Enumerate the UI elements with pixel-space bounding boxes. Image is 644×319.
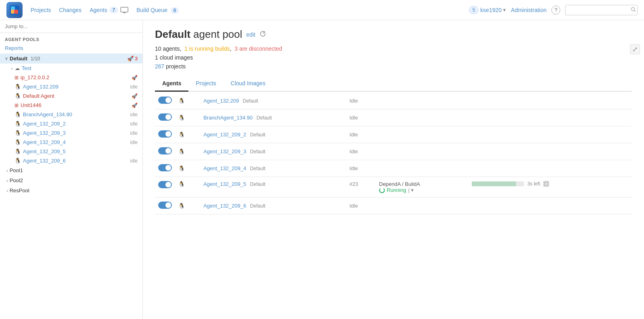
windows-icon: ⊞ bbox=[14, 75, 19, 80]
respool-expand-icon: › bbox=[6, 188, 8, 193]
sidebar-agent-209-5[interactable]: 🐧 Agent_132_209_5 bbox=[0, 147, 142, 156]
agent-toggle-3[interactable] bbox=[158, 130, 172, 138]
linux-icon-5: 🐧 bbox=[14, 130, 21, 136]
user-count: 5 bbox=[469, 6, 479, 14]
pool-error-badge: 🚀 3 bbox=[127, 56, 138, 62]
nav-changes[interactable]: Changes bbox=[59, 7, 82, 13]
sidebar-agent-ip172[interactable]: ⊞ ip_172.0.0.2 🚀 bbox=[0, 73, 142, 82]
disconnected-text: 3 are disconnected bbox=[235, 45, 282, 52]
rocket-icon: 🚀 bbox=[127, 56, 134, 62]
agent-extra-7 bbox=[376, 198, 469, 214]
search-input[interactable] bbox=[569, 7, 629, 13]
sidebar-pool-pool1[interactable]: › Pool1 bbox=[0, 165, 142, 175]
tab-agents[interactable]: Agents bbox=[155, 77, 188, 92]
agent-toggle-7[interactable] bbox=[158, 202, 172, 209]
agent-link-6[interactable]: Agent_132_209_5 bbox=[203, 181, 246, 187]
agent-link-1[interactable]: Agent_132.209 bbox=[203, 98, 239, 104]
nav-projects[interactable]: Projects bbox=[31, 7, 51, 13]
agent-toggle-4[interactable] bbox=[158, 147, 172, 154]
nav-build-queue[interactable]: Build Queue 0 bbox=[136, 7, 179, 13]
sidebar-agent-209-4[interactable]: 🐧 Agent_132_209_4 idle bbox=[0, 138, 142, 147]
agent-status-4: Idle bbox=[349, 148, 358, 154]
tab-cloud-images[interactable]: Cloud Images bbox=[223, 77, 272, 92]
build-number: #23 bbox=[349, 181, 358, 187]
sidebar-agent-test[interactable]: › ☁ Test bbox=[0, 64, 142, 73]
agent-name-cell-4: Agent_132_209_3 Default bbox=[200, 143, 346, 160]
help-button[interactable]: ? bbox=[551, 6, 560, 14]
pause-button[interactable]: ⏸ bbox=[543, 181, 549, 187]
sidebar-agent-unit1446[interactable]: ⊞ Unit1446 🚀 bbox=[0, 101, 142, 110]
running-dropdown-icon[interactable]: | ▾ bbox=[408, 187, 414, 193]
agent-name-cell-6: Agent_132_209_5 Default bbox=[200, 177, 346, 198]
tab-projects[interactable]: Projects bbox=[188, 77, 223, 92]
sidebar-pool-default[interactable]: ∨ Default 1/10 🚀 3 bbox=[0, 54, 142, 64]
table-row: 🐧 BranchAgent_134.90 Default Idle bbox=[155, 109, 632, 126]
sidebar-pool-pool2[interactable]: › Pool2 bbox=[0, 175, 142, 185]
agent-toggle-2[interactable] bbox=[158, 113, 172, 121]
agent-extra-2 bbox=[376, 109, 469, 126]
agent-os-icon-3: 🐧 bbox=[178, 132, 185, 138]
progress-container: 3s left ⏸ bbox=[472, 181, 629, 187]
agent-status-cell-5: Idle bbox=[346, 160, 376, 177]
linux-icon-2: 🐧 bbox=[14, 93, 21, 99]
sidebar-agent-branch134[interactable]: 🐧 BranchAgent_134.90 idle bbox=[0, 110, 142, 119]
toggle-cell-1 bbox=[155, 93, 175, 109]
sidebar-reports[interactable]: Reports bbox=[0, 43, 142, 54]
agent-toggle-6[interactable] bbox=[158, 181, 172, 188]
sidebar-pool-respool[interactable]: › ResPool bbox=[0, 185, 142, 196]
agent-link-3[interactable]: Agent_132_209_2 bbox=[203, 132, 246, 138]
sidebar-agent-209-2[interactable]: 🐧 Agent_132_209_2 idle bbox=[0, 119, 142, 128]
toggle-cell-5 bbox=[155, 160, 175, 177]
agent-link-5[interactable]: Agent_132_209_4 bbox=[203, 165, 246, 171]
pool-meta-line3: 267 projects bbox=[155, 63, 632, 70]
agent-toggle-5[interactable] bbox=[158, 164, 172, 171]
agent-link-4[interactable]: Agent_132_209_3 bbox=[203, 148, 246, 154]
agent-build-info-cell: DependA / BuildA Running | ▾ bbox=[376, 177, 469, 198]
agent-extra2-2 bbox=[469, 109, 632, 126]
administration-link[interactable]: Administration bbox=[511, 7, 547, 13]
nav-agents[interactable]: Agents bbox=[90, 7, 107, 13]
linux-icon-3: 🐧 bbox=[14, 111, 21, 117]
username[interactable]: kse1920 bbox=[480, 7, 502, 13]
respool-name: ResPool bbox=[10, 187, 29, 193]
agent-idle-209-6: idle bbox=[130, 158, 138, 164]
svg-rect-4 bbox=[121, 7, 128, 12]
user-dropdown-icon[interactable]: ▾ bbox=[503, 7, 506, 13]
sidebar-agent-209-3[interactable]: 🐧 Agent_132_209_3 idle bbox=[0, 128, 142, 138]
sidebar-agent-209-6[interactable]: 🐧 Agent_132_209_6 idle bbox=[0, 156, 142, 165]
refresh-icon[interactable] bbox=[259, 30, 266, 39]
agent-icon-cell-6: 🐧 bbox=[175, 177, 200, 198]
linux-icon-4: 🐧 bbox=[14, 121, 21, 127]
monitor-icon[interactable] bbox=[120, 7, 128, 13]
agent-idle-132209: idle bbox=[130, 84, 138, 90]
agent-os-icon-6: 🐧 bbox=[178, 181, 185, 187]
table-row: 🐧 Agent_132_209_3 Default Idle bbox=[155, 143, 632, 160]
pool1-name: Pool1 bbox=[10, 167, 23, 173]
linux-icon-6: 🐧 bbox=[14, 139, 21, 145]
sidebar-agent-132209[interactable]: 🐧 Agent_132.209 idle bbox=[0, 82, 142, 91]
agent-icon-cell-7: 🐧 bbox=[175, 198, 200, 214]
agent-status-cell-7: Idle bbox=[346, 198, 376, 214]
logo[interactable] bbox=[6, 2, 23, 18]
agent-build-number-cell: #23 bbox=[346, 177, 376, 198]
running-spinner-icon bbox=[379, 187, 385, 193]
pool1-expand-icon: › bbox=[6, 168, 8, 173]
search-box[interactable] bbox=[565, 5, 638, 15]
agent-os-icon-2: 🐧 bbox=[178, 115, 185, 121]
fullscreen-button[interactable]: ⤢ bbox=[630, 44, 640, 54]
sidebar-agent-default-agent[interactable]: 🐧 Default Agent 🚀 bbox=[0, 91, 142, 101]
agent-name-132209: Agent_132.209 bbox=[23, 84, 58, 90]
user-section: 5 kse1920 ▾ bbox=[469, 6, 506, 14]
agent-toggle-1[interactable] bbox=[158, 97, 172, 104]
jump-to-input[interactable] bbox=[5, 23, 138, 29]
agents-table: 🐧 Agent_132.209 Default Idle bbox=[155, 93, 632, 214]
nav-agents-group: Agents 7 bbox=[90, 7, 128, 13]
title-rest: agent pool bbox=[193, 28, 242, 40]
agent-os-icon-1: 🐧 bbox=[178, 98, 185, 104]
edit-link[interactable]: edit bbox=[246, 31, 256, 38]
agent-pool-badge-4: Default bbox=[250, 149, 265, 154]
agent-link-2[interactable]: BranchAgent_134.90 bbox=[203, 115, 252, 121]
agent-status-7: Idle bbox=[349, 203, 358, 209]
agent-link-7[interactable]: Agent_132_209_6 bbox=[203, 203, 246, 209]
sidebar-jump-section bbox=[0, 20, 142, 33]
